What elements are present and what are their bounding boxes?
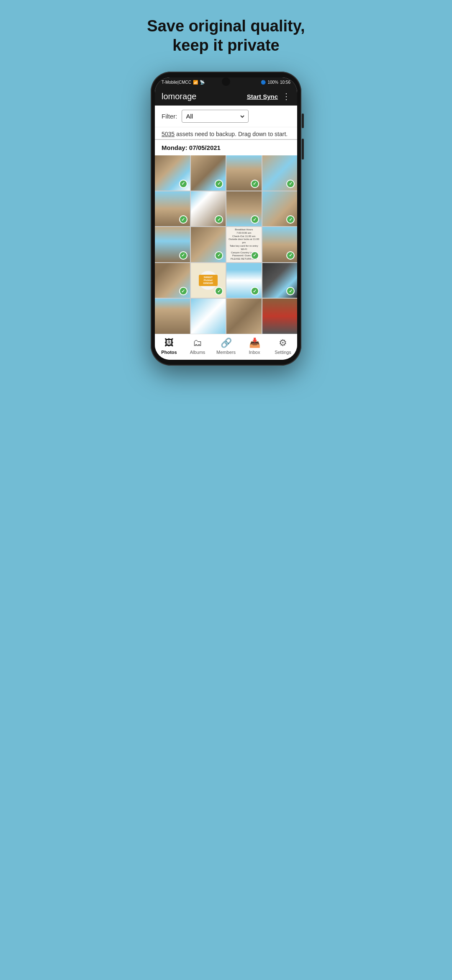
nav-label-photos: Photos (161, 350, 177, 355)
app-title: lomorage (162, 92, 196, 101)
nav-item-photos[interactable]: 🖼 Photos (155, 338, 183, 355)
nav-item-settings[interactable]: ⚙ Settings (269, 338, 297, 355)
photo-cell[interactable] (226, 299, 262, 334)
headline-line1: Save original quality, (147, 17, 305, 35)
check-badge (179, 287, 187, 295)
bluetooth-icon: 🔵 (261, 80, 266, 85)
photo-grid: Breakfast Hours7:00-9:00 amCheck-Out 11:… (155, 155, 297, 334)
app-bar: lomorage Start Sync ⋮ (155, 87, 297, 106)
photo-cell-hotel-info[interactable]: Breakfast Hours7:00-9:00 amCheck-Out 11:… (226, 227, 262, 262)
date-header: Monday: 07/05/2021 (155, 140, 297, 155)
check-badge (179, 215, 187, 224)
photo-cell[interactable] (226, 263, 262, 298)
photos-icon: 🖼 (164, 338, 174, 348)
check-badge (251, 251, 259, 260)
check-badge (215, 287, 223, 295)
phone-device: T-Mobile|CMCC 📶 📡 🔵 100% 10:56 lomorage … (151, 72, 301, 366)
photo-cell[interactable] (262, 299, 298, 334)
nav-item-albums[interactable]: 🗂 Albums (183, 338, 212, 355)
check-badge (286, 287, 295, 295)
photo-cell[interactable] (262, 263, 298, 298)
volume-button (302, 113, 304, 128)
photo-cell[interactable] (191, 299, 226, 334)
nav-item-members[interactable]: 🔗 Members (212, 338, 240, 355)
check-badge (179, 180, 187, 188)
settings-icon: ⚙ (279, 338, 287, 348)
inbox-icon: 📥 (249, 338, 260, 348)
check-badge (251, 215, 259, 224)
bottom-nav: 🖼 Photos 🗂 Albums 🔗 Members 📥 Inbox ⚙ (155, 334, 297, 360)
nav-item-inbox[interactable]: 📥 Inbox (240, 338, 269, 355)
power-button (302, 139, 304, 160)
albums-icon: 🗂 (193, 338, 202, 348)
members-icon: 🔗 (221, 338, 232, 348)
signal-icon: 📶 (193, 80, 198, 85)
photo-cell[interactable] (226, 155, 262, 191)
headline: Save original quality, keep it private (147, 17, 305, 55)
filter-label: Filter: (162, 113, 177, 120)
photo-cell[interactable] (262, 227, 298, 262)
wifi-icon: 📡 (200, 80, 205, 85)
photo-cell[interactable] (191, 155, 226, 191)
check-badge (251, 287, 259, 295)
photo-cell[interactable] (155, 299, 190, 334)
phone-notch (222, 77, 230, 86)
battery-text: 100% (267, 80, 278, 85)
check-badge (215, 215, 223, 224)
sweet-pickled-label: SWEET Pickled GINGER (199, 275, 218, 286)
photo-cell[interactable] (226, 191, 262, 227)
check-badge (251, 180, 259, 188)
check-badge (215, 251, 223, 260)
assets-info: 5035 assets need to backup. Drag down to… (155, 127, 297, 140)
time-text: 10:56 (280, 80, 290, 85)
assets-count: 5035 (162, 131, 175, 137)
more-options-icon[interactable]: ⋮ (282, 91, 290, 101)
nav-label-albums: Albums (190, 350, 205, 355)
status-left: T-Mobile|CMCC 📶 📡 (162, 80, 205, 85)
photo-cell[interactable] (191, 227, 226, 262)
check-badge (286, 251, 295, 260)
start-sync-button[interactable]: Start Sync (247, 93, 278, 100)
photo-cell[interactable] (155, 227, 190, 262)
filter-select[interactable]: All Photos Videos Not Synced Synced (182, 110, 249, 123)
app-bar-right: Start Sync ⋮ (247, 91, 290, 101)
check-badge (215, 180, 223, 188)
check-badge (286, 215, 295, 224)
filter-bar: Filter: All Photos Videos Not Synced Syn… (155, 106, 297, 127)
carrier-text: T-Mobile|CMCC (162, 80, 191, 85)
nav-label-inbox: Inbox (249, 350, 260, 355)
phone-frame: T-Mobile|CMCC 📶 📡 🔵 100% 10:56 lomorage … (151, 72, 301, 366)
headline-line2: keep it private (172, 36, 280, 54)
photo-cell[interactable] (191, 191, 226, 227)
photo-cell-sweet-pickled-ginger[interactable]: SWEET Pickled GINGER (191, 263, 226, 298)
nav-label-members: Members (216, 350, 236, 355)
check-badge (179, 251, 187, 260)
photo-cell[interactable] (262, 191, 298, 227)
phone-screen: T-Mobile|CMCC 📶 📡 🔵 100% 10:56 lomorage … (155, 77, 297, 360)
photo-cell[interactable] (155, 191, 190, 227)
photo-cell[interactable] (155, 263, 190, 298)
photo-cell[interactable] (262, 155, 298, 191)
check-badge (286, 180, 295, 188)
nav-label-settings: Settings (275, 350, 291, 355)
sweet-pickled-container: SWEET Pickled GINGER (199, 271, 218, 290)
status-right: 🔵 100% 10:56 (261, 80, 290, 85)
photo-cell[interactable] (155, 155, 190, 191)
